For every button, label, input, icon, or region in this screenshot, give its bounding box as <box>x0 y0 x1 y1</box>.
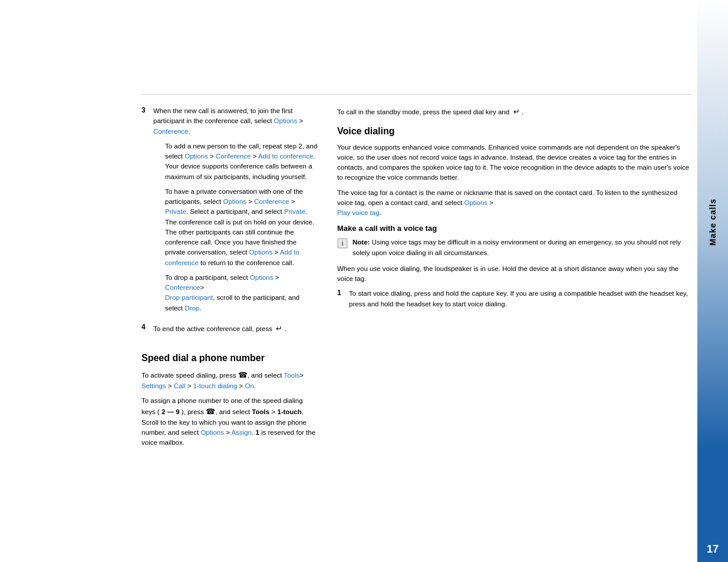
step-3-para3: To drop a participant, select Options > … <box>165 273 318 313</box>
step-4-text: To end the active conference call, press… <box>153 323 318 335</box>
right-step-1: 1 To start voice dialing, press and hold… <box>337 289 693 314</box>
step3-options5-link[interactable]: Options <box>250 274 274 281</box>
right-step-1-text: To start voice dialing, press and hold t… <box>349 289 693 309</box>
step-4-content: To end the active conference call, press… <box>153 323 318 339</box>
standby-text: To call in the standby mode, press the s… <box>337 106 693 118</box>
step3-options2-link[interactable]: Options <box>185 153 208 160</box>
page-container: Make calls 17 3 When the new call is ans… <box>0 0 728 562</box>
step-3-number: 3 <box>141 106 149 318</box>
top-separator <box>141 94 693 95</box>
tools-bold: Tools <box>252 408 269 415</box>
speed-dial-heading: Speed dial a phone number <box>141 353 318 363</box>
note-text: Using voice tags may be difficult in a n… <box>353 239 681 256</box>
step-3-indent-3: To drop a participant, select Options > … <box>165 273 318 313</box>
on-link[interactable]: On <box>245 382 254 389</box>
step-4-number: 4 <box>141 323 149 339</box>
step-3-indent-1: To add a new person to the call, repeat … <box>165 141 318 182</box>
note-box: i Note: Using voice tags may be difficul… <box>337 237 693 258</box>
right-step-1-content: To start voice dialing, press and hold t… <box>349 289 693 314</box>
play-vtag-link[interactable]: Play voice tag <box>337 209 380 216</box>
standby-key: ↵ <box>513 107 520 116</box>
step-3: 3 When the new call is answered, to join… <box>141 106 318 318</box>
step3-addconf-link[interactable]: Add to conference <box>258 153 313 160</box>
speed-dial-para2: To assign a phone number to one of the s… <box>141 396 318 448</box>
voice-dialing-heading: Voice dialing <box>337 126 693 137</box>
options-assign-link[interactable]: Options <box>200 429 224 436</box>
step3-private2-link[interactable]: Private <box>284 208 305 215</box>
step3-conference-link[interactable]: Conference <box>153 128 188 135</box>
step3-conf2-link[interactable]: Conference <box>216 153 251 160</box>
options-vtag-link[interactable]: Options <box>464 199 487 206</box>
right-column: To call in the standby mode, press the s… <box>337 106 693 453</box>
step3-options-link[interactable]: Options <box>274 117 298 124</box>
step-3-indent-2: To have a private conversation with one … <box>165 187 318 268</box>
speed-key1: ☎ <box>238 371 248 379</box>
call-link[interactable]: Call <box>174 382 186 389</box>
tools-link1[interactable]: Tools <box>284 372 299 379</box>
step3-addconf2-link[interactable]: Add to conference <box>165 249 299 266</box>
speed-dial-section: Speed dial a phone number To activate sp… <box>141 353 318 448</box>
step3-drop-link[interactable]: Drop participant <box>165 294 213 301</box>
speed-dial-para1: To activate speed dialing, press ☎, and … <box>141 369 318 391</box>
assign-link[interactable]: Assign <box>232 429 252 436</box>
right-step-1-number: 1 <box>337 289 344 314</box>
1touch-bold: 1-touch <box>277 408 302 415</box>
voice-dialing-para1: Your device supports enhanced voice comm… <box>337 143 693 183</box>
step3-conf4-link[interactable]: Conference <box>165 284 200 291</box>
step-3-main: When the new call is answered, to join t… <box>153 106 318 137</box>
page-number: 17 <box>707 543 719 556</box>
voice-dialing-para2: The voice tag for a contact is the name … <box>337 188 693 219</box>
page-number-box: 17 <box>697 536 728 562</box>
step-3-para2: To have a private conversation with one … <box>165 187 318 268</box>
two-columns: 3 When the new call is answered, to join… <box>141 106 693 453</box>
step3-options3-link[interactable]: Options <box>223 198 246 205</box>
side-tab: Make calls 17 <box>697 0 728 562</box>
step-3-para1: To add a new person to the call, repeat … <box>165 141 318 182</box>
make-call-heading: Make a call with a voice tag <box>337 224 693 233</box>
note-svg: i <box>337 238 348 249</box>
step3-private1-link[interactable]: Private <box>165 208 186 215</box>
speed-key2: ☎ <box>206 407 215 416</box>
content-area: 3 When the new call is answered, to join… <box>141 106 693 503</box>
step3-options4-link[interactable]: Options <box>249 249 273 256</box>
settings-link[interactable]: Settings <box>141 382 166 389</box>
svg-text:i: i <box>341 240 343 247</box>
step3-drop2-link[interactable]: Drop <box>185 305 199 312</box>
step-3-content: When the new call is answered, to join t… <box>153 106 318 318</box>
1touch-link[interactable]: 1-touch dialing <box>193 382 238 389</box>
left-column: 3 When the new call is answered, to join… <box>141 106 318 453</box>
one-bold: 1 <box>255 429 259 436</box>
when-text: When you use voice dialing, the loudspea… <box>337 264 693 285</box>
note-content: Note: Using voice tags may be difficult … <box>353 237 693 258</box>
keys-range: 2 — 9 <box>162 408 180 415</box>
note-label: Note: <box>353 239 370 246</box>
step4-key: ↵ <box>276 324 282 333</box>
note-icon: i <box>337 238 348 249</box>
step3-conf3-link[interactable]: Conference <box>254 198 289 205</box>
side-tab-label: Make calls <box>708 199 717 246</box>
step-4: 4 To end the active conference call, pre… <box>141 323 318 339</box>
